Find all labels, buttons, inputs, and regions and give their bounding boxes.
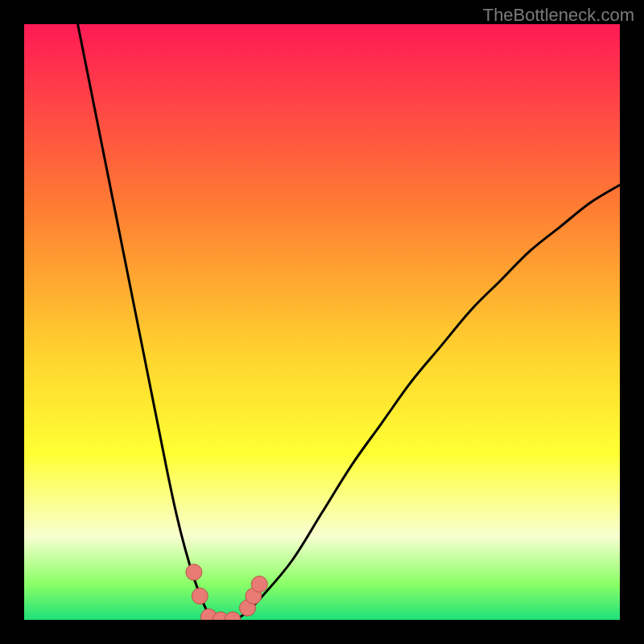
- chart-frame: [24, 24, 620, 620]
- watermark-text: TheBottleneck.com: [483, 5, 634, 26]
- gradient-background: [24, 24, 620, 620]
- data-marker: [192, 588, 208, 604]
- bottleneck-chart: [24, 24, 620, 620]
- data-marker: [186, 564, 202, 580]
- data-marker: [251, 576, 267, 592]
